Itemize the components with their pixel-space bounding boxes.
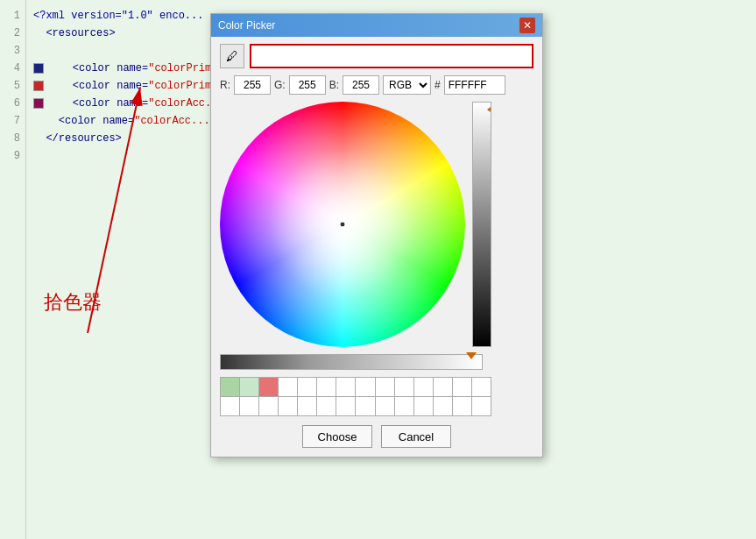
r-input[interactable] xyxy=(234,75,271,95)
color-picker-dialog: Color Picker ✕ 🖊 R: G: B: RGB xyxy=(210,13,543,457)
swatches-area xyxy=(220,377,533,416)
swatch-2-2[interactable] xyxy=(240,397,258,415)
brightness-handle xyxy=(487,104,491,115)
g-label: G: xyxy=(274,79,286,91)
swatch-1-14[interactable] xyxy=(472,378,491,396)
cancel-button[interactable]: Cancel xyxy=(381,425,451,448)
buttons-row: Choose Cancel xyxy=(220,425,533,448)
colorwheel-svg[interactable] xyxy=(220,102,465,347)
swatch-2-4[interactable] xyxy=(279,397,297,415)
dialog-titlebar: Color Picker ✕ xyxy=(211,14,542,37)
swatch-2-6[interactable] xyxy=(317,397,336,415)
color-preview-box xyxy=(250,44,533,68)
swatch-2-5[interactable] xyxy=(298,397,316,415)
colorwheel-cursor xyxy=(340,222,345,227)
dialog-body: 🖊 R: G: B: RGB HSB HSL # xyxy=(211,37,542,457)
swatch-2-7[interactable] xyxy=(336,397,355,415)
gray-slider-row xyxy=(220,354,533,370)
swatch-1-10[interactable] xyxy=(395,378,413,396)
rgb-controls-row: R: G: B: RGB HSB HSL # xyxy=(220,75,533,95)
choose-button[interactable]: Choose xyxy=(302,425,372,448)
swatch-2-14[interactable] xyxy=(472,397,491,415)
swatch-1-1[interactable] xyxy=(221,378,239,396)
swatch-2-11[interactable] xyxy=(414,397,433,415)
gray-slider[interactable] xyxy=(220,354,483,370)
dialog-close-button[interactable]: ✕ xyxy=(519,18,535,33)
swatches-grid xyxy=(220,377,491,416)
swatch-1-2[interactable] xyxy=(240,378,258,396)
swatch-2-12[interactable] xyxy=(434,397,452,415)
b-label: B: xyxy=(329,79,339,91)
color-mode-select[interactable]: RGB HSB HSL xyxy=(383,75,431,95)
swatch-1-3[interactable] xyxy=(259,378,278,396)
gray-slider-handle xyxy=(466,352,477,359)
eyedropper-icon: 🖊 xyxy=(226,49,238,63)
hex-label: # xyxy=(435,79,441,91)
swatch-1-11[interactable] xyxy=(414,378,433,396)
swatch-1-6[interactable] xyxy=(317,378,336,396)
swatch-1-9[interactable] xyxy=(376,378,394,396)
swatch-2-8[interactable] xyxy=(356,397,374,415)
colorwheel-area xyxy=(220,102,533,347)
dialog-title: Color Picker xyxy=(218,19,275,32)
swatch-2-13[interactable] xyxy=(453,397,471,415)
hex-input[interactable] xyxy=(444,75,505,95)
brightness-slider[interactable] xyxy=(472,102,491,347)
eyedropper-button[interactable]: 🖊 xyxy=(220,44,244,68)
brightness-gradient xyxy=(473,103,491,346)
dialog-overlay: Color Picker ✕ 🖊 R: G: B: RGB xyxy=(0,0,756,539)
swatch-1-8[interactable] xyxy=(356,378,374,396)
swatch-1-13[interactable] xyxy=(453,378,471,396)
swatch-2-1[interactable] xyxy=(221,397,239,415)
r-label: R: xyxy=(220,79,230,91)
swatch-2-10[interactable] xyxy=(395,397,413,415)
swatch-2-9[interactable] xyxy=(376,397,394,415)
b-input[interactable] xyxy=(343,75,379,95)
swatch-1-4[interactable] xyxy=(279,378,297,396)
swatch-1-12[interactable] xyxy=(434,378,452,396)
swatch-1-5[interactable] xyxy=(298,378,316,396)
g-input[interactable] xyxy=(289,75,326,95)
color-preview-row: 🖊 xyxy=(220,44,533,68)
colorwheel-wrapper[interactable] xyxy=(220,102,465,347)
swatch-2-3[interactable] xyxy=(259,397,278,415)
swatch-1-7[interactable] xyxy=(336,378,355,396)
